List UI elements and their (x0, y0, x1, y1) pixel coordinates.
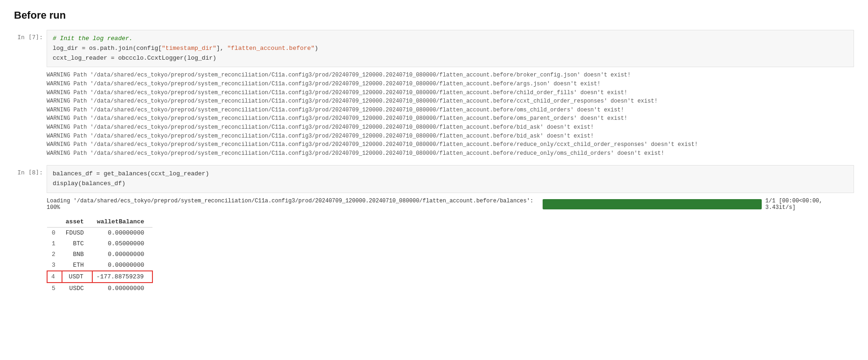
warning-3: WARNING Path '/data/shared/ecs_tokyo/pre… (47, 89, 854, 97)
cell-asset: BTC (62, 238, 92, 249)
warning-10: WARNING Path '/data/shared/ecs_tokyo/pre… (47, 149, 854, 158)
code-normal-2: ], (216, 45, 227, 52)
warning-6: WARNING Path '/data/shared/ecs_tokyo/pre… (47, 114, 854, 123)
code-normal-5: balances_df = get_balances(ccxt_log_read… (53, 170, 209, 177)
cell-asset: USDT (62, 271, 92, 283)
cell-balance: -177.88759239 (92, 271, 152, 283)
warning-5: WARNING Path '/data/shared/ecs_tokyo/pre… (47, 106, 854, 115)
cell-index: 5 (47, 283, 62, 294)
col-header-balance: walletBalance (92, 216, 152, 228)
cell-balance: 0.00000000 (92, 249, 152, 260)
code-line-5: display(balances_df) (53, 179, 848, 189)
cell-7: In [7]: # Init the log reader. log_dir =… (14, 30, 854, 67)
cell-index: 3 (47, 260, 62, 271)
code-line-2: log_dir = os.path.join(config["timestamp… (53, 44, 848, 54)
col-header-asset: asset (62, 216, 92, 228)
warning-7: WARNING Path '/data/shared/ecs_tokyo/pre… (47, 123, 854, 132)
col-header-index (47, 216, 62, 228)
table-row: 5USDC0.00000000 (47, 283, 152, 294)
cell-asset: USDC (62, 283, 92, 294)
warning-2: WARNING Path '/data/shared/ecs_tokyo/pre… (47, 80, 854, 89)
cell-index: 1 (47, 238, 62, 249)
dataframe-section: asset walletBalance 0FDUSD0.000000001BTC… (14, 216, 854, 294)
warning-4: WARNING Path '/data/shared/ecs_tokyo/pre… (47, 97, 854, 106)
cell-index: 2 (47, 249, 62, 260)
page-title: Before run (14, 9, 854, 21)
warnings-output: WARNING Path '/data/shared/ecs_tokyo/pre… (14, 68, 854, 160)
warning-lines: WARNING Path '/data/shared/ecs_tokyo/pre… (47, 68, 854, 160)
table-row: 1BTC0.05000000 (47, 238, 152, 249)
table-row: 4USDT-177.88759239 (47, 271, 152, 283)
table-row: 0FDUSD0.00000000 (47, 227, 152, 238)
cell-balance: 0.00000000 (92, 227, 152, 238)
balances-table: asset walletBalance 0FDUSD0.000000001BTC… (47, 216, 153, 294)
table-header-row: asset walletBalance (47, 216, 152, 228)
cell-balance: 0.05000000 (92, 238, 152, 249)
progress-stats: 1/1 [00:00<00:00, 3.43it/s] (765, 198, 854, 211)
cell-balance: 0.00000000 (92, 283, 152, 294)
code-line-1: # Init the log reader. (53, 34, 848, 44)
cell-balance: 0.00000000 (92, 260, 152, 271)
code-string-1: "timestamp_dir" (162, 45, 216, 52)
table-row: 3ETH0.00000000 (47, 260, 152, 271)
cell-8-content: balances_df = get_balances(ccxt_log_read… (47, 165, 854, 193)
progress-text: Loading '/data/shared/ecs_tokyo/preprod/… (47, 198, 539, 211)
code-normal-6: display(balances_df) (53, 180, 125, 187)
code-string-2: "flatten_account.before" (227, 45, 314, 52)
progress-output: Loading '/data/shared/ecs_tokyo/preprod/… (14, 196, 854, 213)
code-line-4: balances_df = get_balances(ccxt_log_read… (53, 169, 848, 179)
warning-1: WARNING Path '/data/shared/ecs_tokyo/pre… (47, 71, 854, 80)
cell-asset: ETH (62, 260, 92, 271)
cell-index: 0 (47, 227, 62, 238)
cell-7-code[interactable]: # Init the log reader. log_dir = os.path… (47, 30, 854, 67)
warning-9: WARNING Path '/data/shared/ecs_tokyo/pre… (47, 140, 854, 149)
progress-line: Loading '/data/shared/ecs_tokyo/preprod/… (47, 196, 854, 213)
cell-8-label: In [8]: (14, 165, 47, 193)
warning-8: WARNING Path '/data/shared/ecs_tokyo/pre… (47, 132, 854, 141)
cell-asset: FDUSD (62, 227, 92, 238)
code-comment-1: # Init the log reader. (53, 35, 133, 42)
progress-bar-fill (543, 199, 761, 209)
cell-asset: BNB (62, 249, 92, 260)
cell-8-code[interactable]: balances_df = get_balances(ccxt_log_read… (47, 165, 854, 193)
cell-index: 4 (47, 271, 62, 283)
cell-7-content: # Init the log reader. log_dir = os.path… (47, 30, 854, 67)
table-row: 2BNB0.00000000 (47, 249, 152, 260)
code-line-3: ccxt_log_reader = obccclo.CcxtLogger(log… (53, 54, 848, 63)
cell-7-label: In [7]: (14, 30, 47, 67)
code-normal-1: log_dir = os.path.join(config[ (53, 45, 162, 52)
code-normal-4: ccxt_log_reader = obccclo.CcxtLogger(log… (53, 55, 216, 62)
progress-bar-container (543, 199, 761, 209)
code-normal-3: ) (315, 45, 318, 52)
cell-8: In [8]: balances_df = get_balances(ccxt_… (14, 165, 854, 193)
